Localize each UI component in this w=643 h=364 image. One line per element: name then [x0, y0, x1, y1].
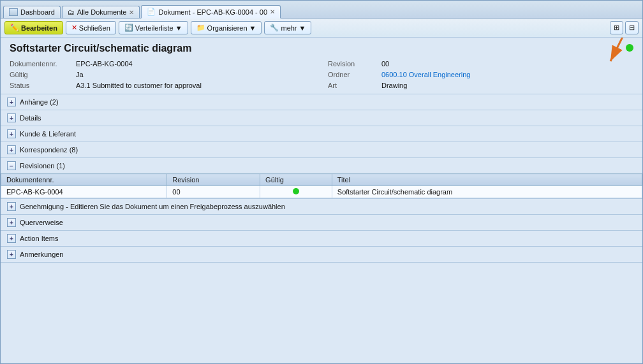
section-revisionen-content: Dokumentennr. Revision Gültig Titel EPC-…: [1, 173, 642, 198]
section-details-label: Details: [20, 114, 41, 122]
section-anmerkungen-header[interactable]: + Anmerkungen: [1, 247, 642, 262]
organisieren-icon: 📁: [196, 24, 205, 32]
doc-header: Softstarter Circuit/schematic diagram Do…: [1, 38, 642, 94]
ordner-value[interactable]: 0600.10 Overall Engineering: [379, 70, 633, 79]
toolbar-action-btn-1[interactable]: ⊞: [610, 21, 623, 34]
tab-dokument-label: Dokument - EPC-AB-KG-0004 - 00: [158, 8, 267, 16]
tab-dokument[interactable]: 📄 Dokument - EPC-AB-KG-0004 - 00 ✕: [141, 5, 281, 18]
col-dokumentennr: Dokumentennr.: [1, 174, 167, 186]
col-revision: Revision: [167, 174, 260, 186]
section-korrespondenz-header[interactable]: + Korrespondenz (8): [1, 142, 642, 157]
section-anmerkungen: + Anmerkungen: [1, 247, 642, 263]
action-icon-2: ⊟: [629, 24, 635, 32]
section-revisionen-toggle[interactable]: −: [7, 161, 16, 170]
mehr-button[interactable]: 🔧 mehr ▼: [264, 21, 311, 34]
section-genehmigung-header[interactable]: + Genehmigung - Editieren Sie das Dokume…: [1, 199, 642, 214]
online-indicator: [626, 44, 633, 52]
art-value: Drawing: [379, 81, 633, 90]
bearbeiten-label: Bearbeiten: [21, 24, 57, 32]
tab-alle-dokumente[interactable]: 🗂 Alle Dokumente ✕: [62, 6, 140, 18]
tab-bar: Dashboard 🗂 Alle Dokumente ✕ 📄 Dokument …: [1, 1, 642, 18]
gueltig-label: Gültig: [10, 70, 73, 79]
section-anhaenge-label: Anhänge (2): [20, 98, 59, 106]
section-anmerkungen-toggle[interactable]: +: [7, 250, 16, 259]
section-anhaenge-toggle[interactable]: +: [7, 98, 16, 106]
section-querverweise-header[interactable]: + Querverweise: [1, 215, 642, 230]
col-gueltig: Gültig: [260, 174, 332, 186]
mehr-icon: 🔧: [270, 24, 279, 32]
tab-dashboard-label: Dashboard: [20, 8, 55, 16]
section-querverweise: + Querverweise: [1, 215, 642, 231]
mehr-label: mehr: [281, 24, 297, 32]
doc-title: Softstarter Circuit/schematic diagram: [10, 43, 633, 54]
dokumentennr-value: EPC-AB-KG-0004: [73, 59, 328, 68]
toolbar-right: ⊞ ⊟: [610, 21, 639, 34]
row-dokumentennr: EPC-AB-KG-0004: [1, 186, 167, 198]
status-label: Status: [10, 81, 73, 90]
schliessen-label: Schließen: [79, 24, 110, 32]
row-titel: Softstarter Circuit/schematic diagram: [332, 186, 642, 198]
section-revisionen-label: Revisionen (1): [20, 162, 65, 170]
folder-icon: 🗂: [68, 8, 75, 16]
verteilerliste-button[interactable]: 🔄 Verteilerliste ▼: [119, 21, 188, 34]
revision-label: Revision: [328, 59, 379, 68]
section-querverweise-toggle[interactable]: +: [7, 218, 16, 227]
verteilerliste-icon: 🔄: [124, 24, 133, 32]
organisieren-button[interactable]: 📁 Organisieren ▼: [191, 21, 262, 34]
ordner-label: Ordner: [328, 70, 379, 79]
section-revisionen: − Revisionen (1) Dokumentennr. Revision …: [1, 158, 642, 199]
organisieren-chevron: ▼: [249, 24, 256, 32]
section-kunde-lieferant-label: Kunde & Lieferant: [20, 130, 76, 138]
section-anhaenge-header[interactable]: + Anhänge (2): [1, 94, 642, 110]
tab-dokument-close[interactable]: ✕: [270, 8, 275, 15]
sections-container: + Anhänge (2) + Details + Kunde & Liefer…: [1, 94, 642, 263]
bearbeiten-icon: ✏️: [10, 24, 19, 32]
toolbar: ✏️ Bearbeiten ✕ Schließen 🔄 Verteilerlis…: [1, 18, 642, 38]
section-kunde-lieferant-header[interactable]: + Kunde & Lieferant: [1, 126, 642, 142]
doc-fields: Dokumentennr. EPC-AB-KG-0004 Revision 00…: [10, 59, 633, 90]
schliessen-icon: ✕: [71, 24, 77, 32]
schliessen-button[interactable]: ✕ Schließen: [66, 21, 116, 34]
gueltig-dot: [293, 188, 299, 194]
row-revision: 00: [167, 186, 260, 198]
mehr-chevron: ▼: [299, 24, 306, 32]
section-anhaenge: + Anhänge (2): [1, 94, 642, 110]
main-window: Dashboard 🗂 Alle Dokumente ✕ 📄 Dokument …: [0, 0, 643, 364]
revision-value: 00: [379, 59, 633, 68]
section-genehmigung-toggle[interactable]: +: [7, 202, 16, 211]
art-label: Art: [328, 81, 379, 90]
section-details-toggle[interactable]: +: [7, 113, 16, 122]
tab-dashboard[interactable]: Dashboard: [3, 6, 61, 18]
section-action-items-toggle[interactable]: +: [7, 234, 16, 243]
verteilerliste-label: Verteilerliste: [135, 24, 174, 32]
section-anmerkungen-label: Anmerkungen: [20, 251, 64, 258]
section-kunde-lieferant-toggle[interactable]: +: [7, 129, 16, 138]
organisieren-label: Organisieren: [207, 24, 248, 32]
doc-tab-icon: 📄: [147, 8, 156, 16]
section-korrespondenz: + Korrespondenz (8): [1, 142, 642, 158]
verteilerliste-chevron: ▼: [175, 24, 182, 32]
row-gueltig: [260, 186, 332, 198]
section-korrespondenz-toggle[interactable]: +: [7, 145, 16, 154]
section-korrespondenz-label: Korrespondenz (8): [20, 146, 78, 154]
action-icon-1: ⊞: [614, 24, 619, 32]
section-details: + Details: [1, 110, 642, 126]
revisionen-table: Dokumentennr. Revision Gültig Titel EPC-…: [1, 173, 642, 198]
toolbar-action-btn-2[interactable]: ⊟: [625, 21, 639, 34]
tab-alle-dokumente-label: Alle Dokumente: [77, 8, 127, 16]
table-row[interactable]: EPC-AB-KG-0004 00 Softstarter Circuit/sc…: [1, 186, 642, 198]
section-kunde-lieferant: + Kunde & Lieferant: [1, 126, 642, 142]
section-details-header[interactable]: + Details: [1, 110, 642, 126]
content-area: Softstarter Circuit/schematic diagram Do…: [1, 38, 642, 363]
tab-alle-dokumente-close[interactable]: ✕: [129, 9, 134, 16]
section-revisionen-header[interactable]: − Revisionen (1): [1, 158, 642, 173]
dokumentennr-label: Dokumentennr.: [10, 59, 73, 68]
bearbeiten-button[interactable]: ✏️ Bearbeiten: [4, 21, 63, 34]
status-value: A3.1 Submitted to customer for approval: [73, 81, 328, 90]
gueltig-value: Ja: [73, 70, 328, 79]
dashboard-icon: [9, 8, 18, 16]
section-genehmigung-label: Genehmigung - Editieren Sie das Dokument…: [20, 203, 285, 210]
section-genehmigung: + Genehmigung - Editieren Sie das Dokume…: [1, 199, 642, 215]
section-action-items-header[interactable]: + Action Items: [1, 231, 642, 246]
col-titel: Titel: [332, 174, 642, 186]
